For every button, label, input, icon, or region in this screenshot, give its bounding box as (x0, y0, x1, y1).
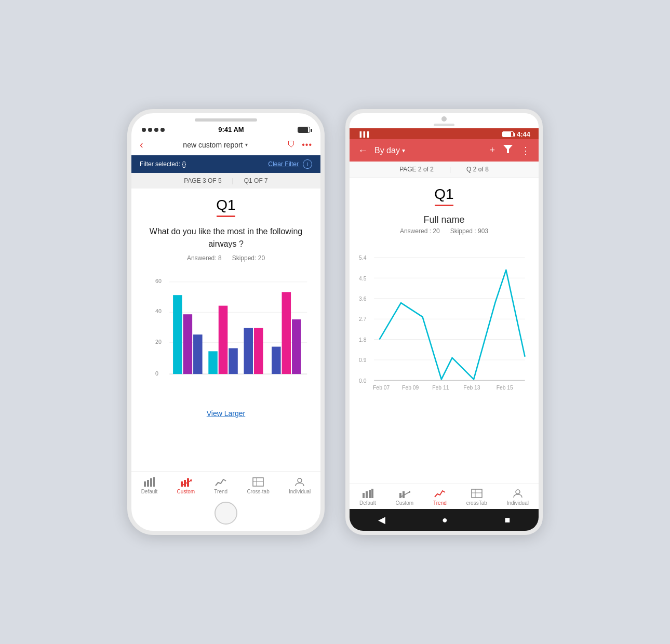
tab-trend-label: Trend (214, 489, 227, 494)
tab-custom[interactable]: Custom (177, 477, 195, 494)
android-tab-trend-label: Trend (433, 500, 447, 506)
add-icon[interactable]: + (489, 145, 495, 156)
pagination-bar: PAGE 3 OF 5 | Q1 OF 7 (131, 173, 320, 189)
tab-crosstab-label: Cross-tab (247, 489, 269, 494)
report-title[interactable]: new custom report ▾ (148, 141, 284, 149)
more-icon[interactable]: ••• (302, 140, 312, 150)
svg-point-31 (298, 478, 302, 482)
svg-text:0.9: 0.9 (359, 357, 367, 363)
svg-rect-16 (272, 347, 281, 374)
android-custom-icon (398, 488, 411, 499)
svg-rect-13 (229, 348, 238, 374)
android-home-nav[interactable]: ● (442, 515, 448, 526)
bar-chart-svg: 60 40 20 0 (155, 270, 312, 405)
default-tab-icon (143, 477, 155, 487)
home-button[interactable] (215, 502, 237, 525)
svg-rect-23 (181, 481, 183, 487)
svg-rect-14 (244, 328, 253, 374)
svg-rect-8 (173, 295, 182, 374)
android-question-stats: Answered : 20 Skipped : 903 (400, 227, 488, 235)
tab-default-label: Default (141, 489, 158, 494)
svg-rect-54 (366, 491, 368, 498)
tab-custom-label: Custom (177, 489, 195, 494)
android-tab-custom[interactable]: Custom (396, 488, 413, 506)
android-tab-crosstab[interactable]: crossTab (466, 488, 487, 506)
svg-text:Feb 13: Feb 13 (463, 385, 480, 391)
tab-trend[interactable]: Trend (214, 477, 227, 494)
question-info: Q1 OF 7 (244, 177, 268, 184)
question-number: Q1 (216, 197, 235, 213)
individual-tab-icon (293, 477, 306, 487)
android-filter-icon[interactable] (503, 145, 513, 156)
svg-rect-9 (183, 314, 193, 374)
android-device: ▐▐▐ 4:44 ← By day ▾ + ⋮ PAGE 2 of 2 | Q … (345, 109, 543, 535)
android-tab-custom-label: Custom (396, 500, 413, 506)
android-question-number: Q1 (434, 186, 453, 203)
trend-tab-icon (215, 477, 227, 487)
android-crosstab-icon (471, 488, 483, 499)
android-tab-default[interactable]: Default (359, 488, 376, 506)
svg-line-59 (400, 492, 410, 497)
svg-text:Feb 09: Feb 09 (402, 385, 419, 391)
android-tab-default-label: Default (359, 500, 376, 506)
svg-rect-17 (282, 292, 291, 374)
question-text: What do you like the most in the followi… (140, 225, 312, 250)
home-button-area (131, 498, 320, 531)
svg-rect-19 (144, 481, 146, 487)
svg-rect-28 (253, 478, 263, 486)
svg-rect-57 (399, 493, 401, 498)
android-status-bar: ▐▐▐ 4:44 (350, 128, 539, 139)
view-larger-button[interactable]: View Larger (207, 409, 245, 418)
line-chart: 5.4 4.5 3.6 2.7 1.8 0.9 0.0 (358, 247, 530, 413)
android-recents-nav[interactable]: ■ (504, 515, 510, 526)
custom-tab-icon (180, 477, 192, 487)
info-icon[interactable]: i (303, 159, 312, 169)
android-time: 4:44 (517, 130, 530, 138)
android-toolbar-icons: + ⋮ (489, 145, 530, 156)
android-tab-trend[interactable]: Trend (433, 488, 447, 506)
android-tab-individual[interactable]: Individual (507, 488, 529, 506)
signal-dots (142, 128, 165, 132)
svg-rect-56 (371, 489, 373, 498)
tab-crosstab[interactable]: Cross-tab (247, 477, 269, 494)
filter-icon[interactable]: ⛉ (287, 140, 296, 150)
svg-text:Feb 15: Feb 15 (497, 385, 513, 391)
android-answered-stat: Answered : 20 (400, 227, 440, 235)
page-info: PAGE 3 OF 5 (184, 177, 221, 184)
svg-rect-11 (208, 351, 218, 374)
android-tab-individual-label: Individual (507, 500, 529, 506)
clear-filter-button[interactable]: Clear Filter (268, 160, 299, 168)
android-pagination-bar: PAGE 2 of 2 | Q 2 of 8 (350, 162, 539, 178)
svg-rect-61 (472, 489, 482, 498)
svg-text:40: 40 (155, 308, 162, 314)
battery-icon (298, 127, 310, 133)
iphone-time: 9:41 AM (218, 126, 244, 133)
android-back-button[interactable]: ← (358, 144, 368, 156)
svg-point-64 (516, 490, 520, 494)
crosstab-tab-icon (252, 477, 264, 487)
svg-rect-15 (254, 328, 263, 374)
android-question-title: Full name (423, 214, 464, 225)
svg-text:5.4: 5.4 (359, 255, 367, 261)
svg-rect-12 (219, 306, 228, 374)
svg-rect-55 (369, 490, 371, 498)
svg-text:2.7: 2.7 (359, 316, 367, 322)
android-question-underline (435, 205, 453, 206)
svg-rect-53 (363, 493, 365, 498)
tab-default[interactable]: Default (141, 477, 158, 494)
answered-stat: Answered: 8 (187, 254, 222, 262)
android-tabbar: Default Custom Trend crossTab Individual (350, 484, 539, 509)
svg-text:60: 60 (155, 278, 162, 284)
android-back-nav[interactable]: ◀ (378, 514, 385, 526)
iphone-header: ‹ new custom report ▾ ⛉ ••• (131, 135, 320, 155)
svg-text:0: 0 (155, 370, 158, 377)
header-icons: ⛉ ••• (287, 140, 312, 150)
android-page-info: PAGE 2 of 2 (399, 166, 434, 173)
android-trend-icon (434, 488, 446, 499)
iphone-notch (195, 118, 257, 122)
tab-individual[interactable]: Individual (289, 477, 311, 494)
android-more-icon[interactable]: ⋮ (521, 145, 530, 156)
back-button[interactable]: ‹ (140, 139, 143, 151)
iphone-device: 9:41 AM ‹ new custom report ▾ ⛉ ••• Filt… (127, 109, 325, 535)
svg-text:Feb 07: Feb 07 (373, 385, 390, 391)
